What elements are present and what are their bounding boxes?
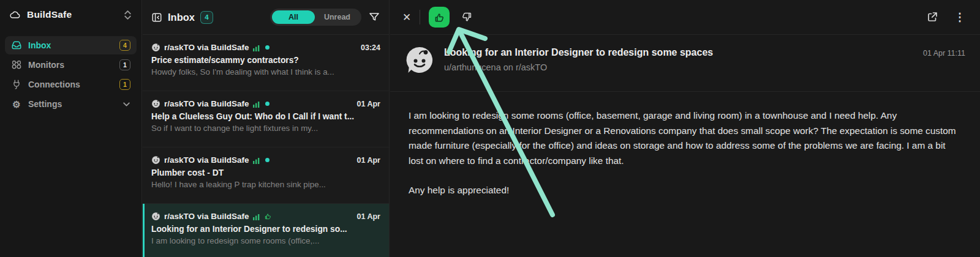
mail-preview: Hello! I have a leaking P trap kitchen s…: [151, 180, 380, 189]
workspace-switcher-icon[interactable]: [124, 10, 132, 20]
inbox-count-badge: 4: [119, 40, 130, 51]
mail-source: r/askTO via BuildSafe: [164, 155, 249, 165]
list-item[interactable]: r/askTO via BuildSafe 01 Apr Help a Clue…: [143, 91, 389, 147]
list-title: Inbox: [168, 12, 195, 23]
reddit-avatar: [405, 45, 434, 75]
thumbs-down-button[interactable]: [461, 11, 473, 23]
brand-row: BuildSafe: [0, 0, 141, 26]
mail-title: Plumber cost - DT: [151, 168, 380, 177]
kebab-menu-icon[interactable]: ⋮: [952, 10, 968, 24]
filter-segmented-control: All Unread: [270, 9, 361, 26]
mail-preview: I am looking to redesign some rooms (off…: [151, 236, 380, 245]
sidebar-item-settings[interactable]: ⚙ Settings: [5, 95, 137, 113]
mail-time: 01 Apr: [357, 156, 380, 165]
signal-bars-icon: [253, 157, 260, 164]
sidebar-item-monitors[interactable]: Monitors 1: [5, 56, 137, 74]
liked-thumb-up-icon: [264, 212, 272, 220]
list-count-badge: 4: [200, 11, 213, 24]
sidebar-item-connections[interactable]: Connections 1: [5, 75, 137, 94]
mail-time: 01 Apr: [357, 100, 380, 108]
chevron-down-icon: [123, 100, 130, 108]
filter-unread-button[interactable]: Unread: [315, 10, 360, 24]
mail-preview: So if I want to change the light fixture…: [151, 124, 380, 133]
mail-source: r/askTO via BuildSafe: [164, 43, 249, 52]
toolbar-divider: [420, 10, 420, 24]
filter-funnel-icon[interactable]: [368, 11, 380, 23]
message-timestamp: 01 Apr 11:11: [923, 45, 965, 81]
plug-icon: [11, 79, 22, 90]
list-item[interactable]: r/askTO via BuildSafe 01 Apr Plumber cos…: [143, 147, 389, 204]
message-detail-panel: ✕ ⋮ Looking for an Interior Designer to …: [390, 0, 980, 257]
mail-time: 03:24: [361, 43, 380, 52]
close-icon[interactable]: ✕: [402, 12, 411, 23]
message-header: Looking for an Interior Designer to rede…: [390, 35, 980, 92]
cloud-logo-icon: [10, 9, 21, 20]
sidebar-item-label: Settings: [28, 99, 62, 109]
unread-dot: [265, 45, 270, 50]
detail-toolbar: ✕ ⋮: [390, 0, 980, 35]
reddit-icon: [151, 155, 160, 165]
gear-icon: ⚙: [11, 99, 22, 110]
list-item[interactable]: r/askTO via BuildSafe 03:24 Price estima…: [143, 35, 389, 91]
mail-preview: Howdy folks, So I'm dealing with what I …: [151, 67, 380, 76]
list-item-selected[interactable]: r/askTO via BuildSafe 01 Apr Looking for…: [143, 204, 389, 257]
message-subtitle: u/arthurlucena on r/askTO: [444, 62, 713, 72]
inbox-list-panel: Inbox 4 All Unread r/askTO via BuildSafe…: [143, 0, 390, 257]
sidebar-item-label: Connections: [28, 80, 80, 89]
sidebar-item-inbox[interactable]: Inbox 4: [5, 36, 137, 54]
monitors-count-badge: 1: [119, 59, 130, 70]
sidebar-item-label: Inbox: [28, 40, 51, 50]
body-paragraph: Any help is appreciated!: [409, 183, 957, 198]
binoculars-icon: [11, 59, 22, 70]
sidebar: BuildSafe Inbox 4 Monitors 1 Connections…: [0, 0, 142, 257]
unread-dot: [265, 158, 270, 162]
sidebar-item-label: Monitors: [28, 60, 64, 70]
filter-all-button[interactable]: All: [272, 10, 315, 24]
mail-title: Looking for an Interior Designer to rede…: [151, 225, 380, 234]
message-header-text: Looking for an Interior Designer to rede…: [444, 45, 713, 81]
signal-bars-icon: [253, 100, 260, 108]
mail-time: 01 Apr: [357, 212, 380, 221]
collapse-panel-icon[interactable]: [151, 12, 162, 23]
body-paragraph: I am looking to redesign some rooms (off…: [409, 108, 957, 168]
message-title: Looking for an Interior Designer to rede…: [444, 45, 713, 58]
signal-bars-icon: [253, 213, 260, 220]
thumbs-up-icon: [434, 12, 445, 23]
unread-dot: [265, 102, 270, 106]
reddit-icon: [151, 212, 160, 221]
connections-count-badge: 1: [119, 79, 130, 90]
inbox-list-header: Inbox 4 All Unread: [143, 0, 389, 35]
mail-source: r/askTO via BuildSafe: [164, 99, 249, 108]
signal-bars-icon: [253, 44, 260, 51]
brand-name: BuildSafe: [27, 9, 72, 20]
open-external-icon[interactable]: [926, 11, 938, 23]
reddit-icon: [151, 43, 160, 52]
thumbs-up-button[interactable]: [429, 7, 450, 28]
mail-title: Price estimate/scammy contractors?: [151, 56, 380, 65]
inbox-icon: [11, 40, 22, 51]
mail-source: r/askTO via BuildSafe: [164, 212, 249, 221]
mail-title: Help a Clueless Guy Out: Who do I Call i…: [151, 112, 380, 121]
message-body: I am looking to redesign some rooms (off…: [390, 92, 975, 215]
sidebar-nav: Inbox 4 Monitors 1 Connections 1 ⚙ Setti…: [0, 36, 141, 113]
thumbs-down-icon: [461, 11, 473, 23]
reddit-icon: [151, 99, 160, 108]
